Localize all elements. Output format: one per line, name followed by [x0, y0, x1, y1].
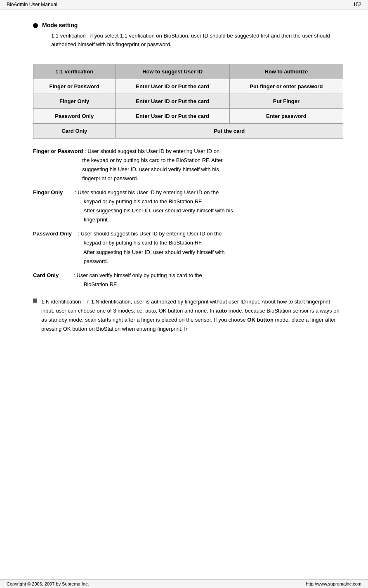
- desc-label: Card Only : User can verify himself only…: [33, 271, 202, 289]
- desc-row: Card Only : User can verify himself only…: [33, 271, 343, 289]
- section-title: Mode setting 1:1 verification : if you s…: [33, 22, 343, 57]
- footer-bar: Copyright © 2006, 2007 by Suprema Inc. h…: [0, 579, 368, 588]
- verification-table: 1:1 verification How to suggest User ID …: [33, 64, 343, 139]
- header-title: BioAdmin User Manual: [7, 2, 57, 7]
- desc-row: Password Only : User should suggest his …: [33, 229, 343, 266]
- col-header-suggest: How to suggest User ID: [116, 64, 229, 79]
- table-row: Card OnlyPut the card: [33, 123, 343, 138]
- table-cell: Password Only: [33, 108, 116, 123]
- table-cell: Enter password: [229, 108, 343, 123]
- table-cell: Enter User ID or Put the card: [116, 94, 229, 108]
- table-cell: Finger Only: [33, 94, 116, 108]
- main-content: Mode setting 1:1 verification : if you s…: [0, 9, 368, 342]
- table-cell: Finger or Password: [33, 79, 116, 94]
- bullet-circle-icon: [33, 23, 38, 28]
- table-cell: Enter User ID or Put the card: [116, 108, 229, 123]
- table-row: Finger OnlyEnter User ID or Put the card…: [33, 94, 343, 108]
- table-header-row: 1:1 verification How to suggest User ID …: [33, 64, 343, 79]
- desc-row: Finger or Password : User should suggest…: [33, 147, 343, 183]
- footer-copyright: Copyright © 2006, 2007 by Suprema Inc.: [7, 581, 89, 586]
- desc-label: Password Only : User should suggest his …: [33, 229, 225, 266]
- desc-label: Finger Only : User should suggest his Us…: [33, 188, 233, 224]
- bullet-text: 1:N identification : in 1:N identificati…: [41, 297, 343, 334]
- col-header-authorize: How to authorize: [229, 64, 343, 79]
- col-header-verification: 1:1 verification: [33, 64, 116, 79]
- bullet-section: 1:N identification : in 1:N identificati…: [33, 297, 343, 334]
- table-row: Password OnlyEnter User ID or Put the ca…: [33, 108, 343, 123]
- description-section: Finger or Password : User should suggest…: [33, 147, 343, 289]
- table-cell-value: Put the card: [116, 123, 343, 138]
- table-cell: Put finger or enter password: [229, 79, 343, 94]
- table-cell-label: Card Only: [33, 123, 116, 138]
- footer-url: http://www.supremainc.com: [306, 581, 362, 586]
- header-bar: BioAdmin User Manual 152: [0, 0, 368, 9]
- desc-row: Finger Only : User should suggest his Us…: [33, 188, 343, 224]
- mode-description: 1:1 verification : if you select 1:1 ver…: [51, 32, 343, 49]
- desc-label: Finger or Password : User should suggest…: [33, 147, 223, 183]
- mode-heading: Mode setting: [42, 22, 343, 28]
- bullet-square-icon: [33, 299, 37, 303]
- header-page: 152: [353, 2, 361, 7]
- table-cell: Enter User ID or Put the card: [116, 79, 229, 94]
- table-cell: Put Finger: [229, 94, 343, 108]
- table-row: Finger or PasswordEnter User ID or Put t…: [33, 79, 343, 94]
